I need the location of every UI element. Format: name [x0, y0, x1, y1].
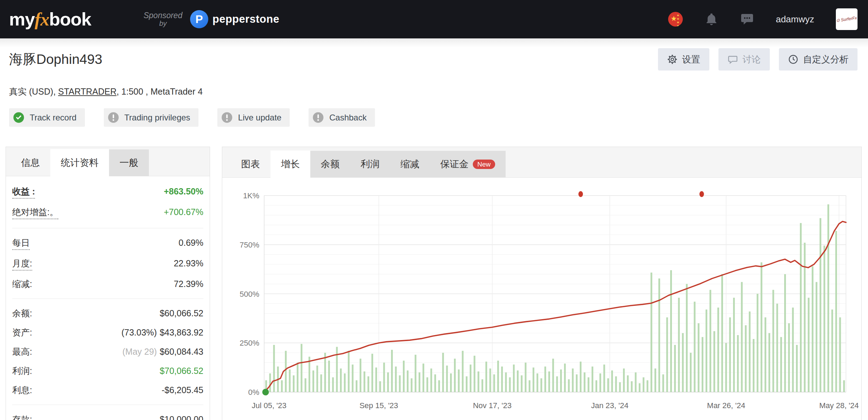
profit-bar[interactable] [686, 284, 688, 392]
withdrawal-marker[interactable] [578, 191, 583, 197]
profit-bar[interactable] [552, 359, 554, 392]
growth-chart[interactable]: 0%250%500%750%1K%Jul 05, '23Sep 15, '23N… [222, 147, 861, 420]
profit-bar[interactable] [737, 335, 739, 392]
profit-bar[interactable] [580, 362, 581, 392]
pepperstone-logo[interactable]: P pepperstone [190, 10, 280, 28]
profit-bar[interactable] [674, 345, 676, 392]
broker-link[interactable]: STARTRADER [58, 87, 116, 96]
profit-bar[interactable] [631, 381, 632, 392]
profit-bar[interactable] [808, 298, 810, 392]
profit-bar[interactable] [607, 378, 609, 392]
profit-bar[interactable] [627, 375, 629, 392]
profit-bar[interactable] [560, 369, 562, 392]
profit-bar[interactable] [831, 310, 833, 392]
badge-live-update[interactable]: Live update [217, 108, 290, 127]
profit-bar[interactable] [651, 273, 652, 392]
profit-bar[interactable] [568, 379, 570, 392]
profit-bar[interactable] [289, 369, 291, 392]
profit-bar[interactable] [399, 375, 401, 392]
profit-bar[interactable] [269, 374, 271, 392]
chart_panel-tab-2[interactable]: 增长 [270, 150, 310, 178]
profit-bar[interactable] [792, 308, 794, 392]
profit-bar[interactable] [533, 368, 534, 392]
profit-bar[interactable] [725, 343, 727, 392]
profit-bar[interactable] [816, 282, 817, 392]
profit-bar[interactable] [473, 356, 475, 392]
profit-bar[interactable] [682, 333, 684, 392]
profit-bar[interactable] [835, 231, 837, 392]
profit-bar[interactable] [714, 331, 715, 392]
profit-bar[interactable] [615, 376, 617, 392]
profit-bar[interactable] [784, 274, 786, 392]
profit-bar[interactable] [340, 368, 342, 392]
left_panel-tab-2[interactable]: 统计资料 [50, 149, 109, 176]
gear-button[interactable]: 设置 [658, 48, 709, 71]
profit-bar[interactable] [800, 223, 802, 392]
profit-bar[interactable] [352, 364, 354, 392]
profit-bar[interactable] [517, 370, 519, 392]
chat-button[interactable]: 讨论 [718, 48, 770, 71]
profit-bar[interactable] [379, 381, 381, 392]
chart_panel-tab-3[interactable]: 余额 [310, 151, 350, 177]
profit-bar[interactable] [368, 376, 369, 392]
profit-bar[interactable] [320, 374, 322, 392]
profit-bar[interactable] [678, 298, 680, 392]
profit-bar[interactable] [273, 345, 275, 392]
profit-bar[interactable] [521, 375, 522, 392]
badge-trading-privileges[interactable]: Trading privileges [104, 108, 199, 127]
withdrawal-marker[interactable] [700, 191, 704, 197]
profit-bar[interactable] [371, 354, 373, 392]
username[interactable]: adamwyz [776, 14, 814, 25]
profit-bar[interactable] [375, 368, 377, 392]
profit-bar[interactable] [485, 362, 487, 392]
profit-bar[interactable] [344, 374, 346, 392]
profit-bar[interactable] [446, 366, 448, 392]
profit-bar[interactable] [434, 374, 436, 392]
profit-bar[interactable] [717, 308, 719, 392]
profit-bar[interactable] [426, 377, 428, 392]
profit-bar[interactable] [513, 364, 515, 392]
left_panel-tab-3[interactable]: 一般 [109, 149, 149, 176]
profit-bar[interactable] [796, 345, 798, 392]
profit-bar[interactable] [391, 350, 393, 392]
profit-bar[interactable] [843, 380, 845, 392]
profit-bar[interactable] [749, 311, 751, 392]
language-flag-icon[interactable]: ★ ★ ★★ ★ [668, 12, 683, 27]
profit-bar[interactable] [324, 353, 326, 392]
profit-bar[interactable] [623, 368, 625, 392]
profit-bar[interactable] [753, 339, 754, 392]
profit-bar[interactable] [332, 377, 334, 392]
messages-chat-icon[interactable] [740, 12, 754, 26]
profit-bar[interactable] [733, 298, 735, 392]
profit-bar[interactable] [360, 359, 361, 392]
profit-bar[interactable] [776, 304, 778, 392]
profit-bar[interactable] [450, 374, 452, 392]
chart_panel-tab-5[interactable]: 缩减 [390, 151, 430, 177]
profit-bar[interactable] [646, 380, 648, 392]
profit-bar[interactable] [497, 361, 499, 392]
profit-bar[interactable] [285, 351, 287, 392]
profit-bar[interactable] [702, 337, 703, 392]
chart_panel-tab-1[interactable]: 图表 [231, 151, 270, 177]
myfxbook-logo[interactable]: myfxbook [9, 9, 91, 30]
profit-bar[interactable] [363, 371, 365, 392]
profit-bar[interactable] [768, 333, 770, 392]
profit-bar[interactable] [509, 377, 511, 392]
profit-bar[interactable] [576, 374, 578, 392]
profit-bar[interactable] [619, 382, 621, 392]
profit-bar[interactable] [827, 204, 829, 392]
profit-bar[interactable] [431, 368, 432, 392]
profit-bar[interactable] [698, 323, 700, 392]
profit-bar[interactable] [328, 361, 330, 392]
profit-bar[interactable] [812, 266, 813, 392]
profit-bar[interactable] [599, 374, 601, 392]
profit-bar[interactable] [336, 347, 338, 392]
profit-bar[interactable] [536, 374, 538, 392]
profit-bar[interactable] [643, 377, 644, 392]
profit-bar[interactable] [293, 375, 295, 392]
profit-bar[interactable] [316, 366, 318, 392]
profit-bar[interactable] [595, 380, 597, 392]
profit-bar[interactable] [438, 380, 440, 392]
chart_panel-tab-4[interactable]: 利润 [350, 151, 390, 177]
profit-bar[interactable] [556, 376, 558, 392]
